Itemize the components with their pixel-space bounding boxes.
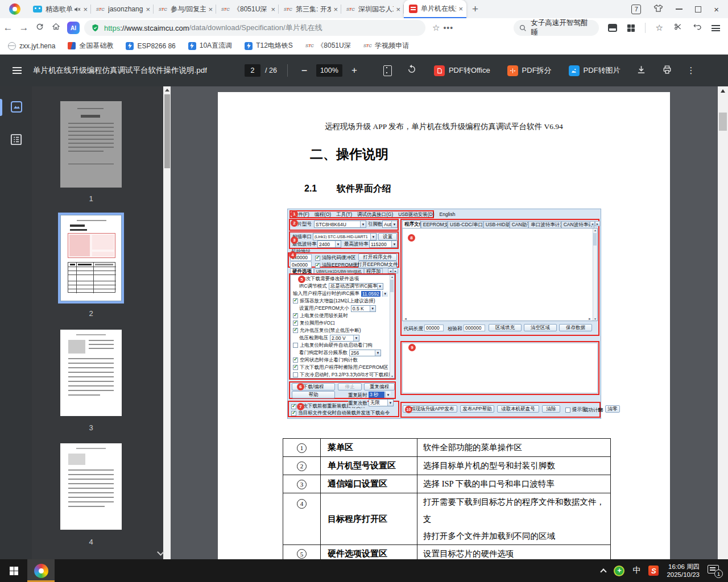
tab-forum-2[interactable]: STC 参与/回复主 × [154,0,216,18]
reload-icon[interactable] [32,22,48,34]
tab-program-file[interactable]: 程序文件 [402,221,421,228]
taskbar-browser-item[interactable] [27,559,55,582]
open-eeprom-button[interactable]: 打开EEPROM文件 [358,261,397,268]
auto-send-checkbox[interactable]: 当目标文件变化时自动装载并发送下载命令 [291,410,390,417]
ai-assistant-icon[interactable]: AI [67,22,80,34]
page-thumbnail-2-selected[interactable] [60,215,122,301]
file-view-scrollbar[interactable] [593,228,597,321]
close-window-icon[interactable]: × [714,5,719,14]
repeat-program-button[interactable]: 重复编程 [364,383,395,390]
help-button[interactable]: 帮助 [292,391,335,398]
scroll-up-icon[interactable] [721,89,725,93]
notification-center[interactable]: 1 [708,565,721,576]
menu-item[interactable]: USB驱动安装(D) [398,211,434,218]
theme-shirt-icon[interactable] [653,4,663,15]
menu-item[interactable]: 调试仿真接口(G) [357,211,393,218]
tab-close-icon[interactable]: × [458,5,463,13]
page-thumbnail-1[interactable] [60,101,122,188]
tab-scroll-left-icon[interactable]: ◄ [388,268,393,273]
pdf-split-button[interactable]: PDF拆分 [507,65,552,76]
fill-region-button[interactable]: 区域填充 [489,324,522,331]
reset-io-checkbox-row[interactable]: 复位脚用作I/O口 [291,319,394,327]
hscroll-right-icon[interactable]: ► [588,317,592,321]
tab-can[interactable]: CAN助手 [510,221,528,228]
freq-value-selected[interactable]: 11.0592 [361,291,380,297]
settings-button[interactable]: 设置 [378,233,397,240]
tab-music[interactable]: 精选歌单 × [28,0,91,18]
sidebar-scrollbar[interactable] [163,86,171,559]
tab-pdf-active[interactable]: 单片机在线升 × [404,0,466,18]
lvd-select[interactable]: 2.00 V▼ [330,335,359,342]
log-view[interactable] [402,343,598,393]
tab-close-icon[interactable]: × [333,5,338,14]
print-icon[interactable] [662,65,672,77]
reading-panel-icon[interactable] [608,24,617,32]
bookmark-item[interactable]: 全国基础教 [68,41,113,51]
page-number-input[interactable]: 2 [245,64,260,77]
irc-mode-select[interactable]: 总是动态调节IRC频率▼ [329,283,383,290]
hscroll-left-icon[interactable]: ◄ [404,317,407,321]
repeat-delay-value[interactable]: 3 秒 [369,392,384,398]
program-file-view[interactable]: ◄ ► [402,228,598,321]
home-icon[interactable] [48,22,64,34]
maximize-icon[interactable] [695,6,701,13]
tab-close-icon[interactable]: × [271,5,275,14]
stop-button[interactable]: 停止 [338,383,362,390]
tab-forum-1[interactable]: STC jasonzhang × [91,0,154,18]
zoom-in-icon[interactable]: + [348,65,361,76]
rtab-scroll-left-icon[interactable]: ◄ [590,221,595,226]
apps-grid-icon[interactable] [627,24,635,32]
reset-count-button[interactable]: 清零 [605,405,620,413]
new-tab-icon[interactable]: + [472,3,478,15]
page-thumbnail-4[interactable] [60,443,122,530]
back-icon[interactable]: ← [0,22,16,34]
tray-expand-icon[interactable] [601,568,607,575]
tab-close-icon[interactable]: × [146,5,150,14]
more-dots-icon[interactable]: ••• [443,23,453,32]
menu-item[interactable]: 工具(T) [336,211,352,218]
tab-usb-hid[interactable]: USB-HID助手 [483,221,510,228]
publish-app-help-button[interactable]: 发布APP帮助 [460,405,494,413]
clear-code-checkbox[interactable]: 清除代码缓冲区 [315,255,356,261]
menu-item[interactable]: English [440,211,456,218]
repeat-count-select[interactable]: 无限▼ [369,399,394,406]
read-disk-id-button[interactable]: 读取本机硬盘号 [497,405,539,413]
scrollbar-thumb[interactable] [164,94,170,168]
save-data-button[interactable]: 保存数据 [559,324,592,331]
scissors-screenshot-icon[interactable] [673,23,682,33]
clear-button[interactable]: 清除 [542,405,560,413]
minimize-icon[interactable] [676,9,682,10]
bookmark-item[interactable]: STC 《8051U深 [305,41,351,51]
tab-close-icon[interactable]: × [83,5,88,14]
zoom-level[interactable]: 100% [316,64,342,77]
tab-scroll-right-icon[interactable]: ► [393,268,398,273]
taskbar-clock[interactable]: 16:06 周四 2025/10/23 [667,563,700,579]
start-button[interactable] [0,559,27,582]
tab-uart-baud-calc[interactable]: 串口波特率计算器 [528,221,561,228]
bookmark-item[interactable]: ESP8266 86 [126,42,175,50]
page-thumbnail-3[interactable] [60,330,122,416]
tab-forum-5[interactable]: STC 深圳国芯人工 × [341,0,404,18]
zoom-out-icon[interactable]: − [298,65,311,77]
bookmark-item[interactable]: zxx.jyt.hena [8,42,55,50]
bookmark-star-icon[interactable]: ☆ [432,23,440,33]
pin-select[interactable]: Auto▼ [382,221,398,228]
quick-search-box[interactable]: 女子高速开智驾酣睡 [514,20,599,36]
freq-dropdown-icon[interactable]: ▼ [382,291,388,297]
clear-region-button[interactable]: 清空区域 [524,324,557,331]
browser-logo[interactable] [9,3,20,15]
chip-select[interactable]: STC8H8K64U▼ [314,221,366,228]
ime-indicator[interactable]: 中 [632,566,640,576]
tab-usb-cdc[interactable]: USB-CDC/串口助手 [448,221,483,228]
pdf-scrollbar[interactable] [718,86,728,559]
scrollbar-thumb[interactable] [719,113,727,131]
rtab-scroll-right-icon[interactable]: ► [595,221,600,226]
menu-item[interactable]: 编程(O) [315,211,331,218]
scroll-up-icon[interactable] [165,89,169,92]
gain-checkbox-row[interactable]: 振荡器放大增益(12M以上建议选择) [291,297,394,305]
tab-eeprom-file[interactable]: EEPROM文件 [421,221,448,228]
tab-close-icon[interactable]: × [208,5,213,14]
outline-view-icon[interactable] [10,133,23,148]
eeprom-addr-field[interactable]: 0x0000 [290,261,312,268]
menu-icon[interactable] [712,25,720,31]
